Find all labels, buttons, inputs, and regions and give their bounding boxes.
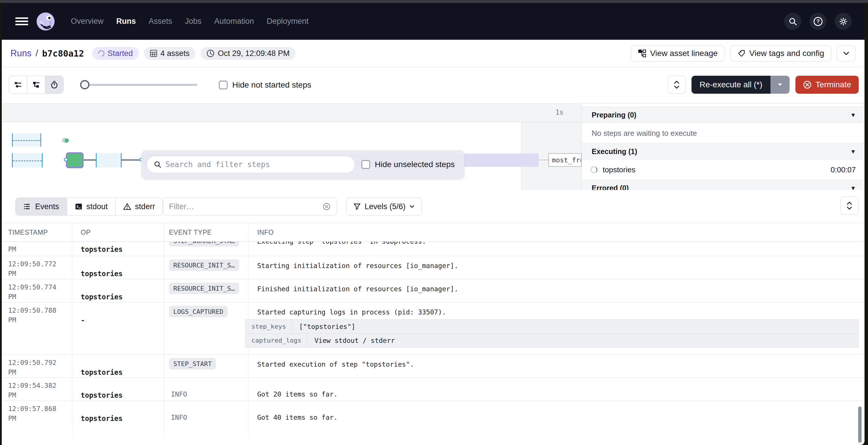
step-search-box	[147, 156, 355, 173]
levels-dropdown-button[interactable]: Levels (5/6)	[346, 198, 422, 215]
gantt-step-skeleton[interactable]	[96, 153, 122, 167]
chevron-down-icon: ▾	[851, 148, 855, 155]
col-header-timestamp: TIMESTAMP	[8, 223, 48, 242]
log-tabs: Events stdout stderr	[16, 198, 163, 215]
event-info: Started capturing logs in process (pid: …	[257, 308, 446, 316]
nav-item-jobs[interactable]: Jobs	[185, 17, 202, 26]
view-waterfall-icon[interactable]	[27, 76, 45, 93]
hamburger-menu-icon[interactable]	[16, 18, 28, 25]
event-info: Started execution of step "topstories".	[257, 361, 414, 368]
settings-gear-icon[interactable]	[835, 13, 852, 30]
gantt-chart[interactable]: 1s most_frequent	[2, 104, 582, 190]
chevron-down-icon	[409, 205, 414, 208]
gantt-dotted-edge	[538, 160, 548, 161]
event-info: Executing step "topstories" in subproces…	[257, 242, 426, 245]
event-type-label: INFO	[171, 390, 187, 398]
breadcrumb-runs-link[interactable]: Runs	[10, 48, 31, 59]
nav-item-runs[interactable]: Runs	[116, 17, 136, 26]
events-toolbar: Events stdout stderr Levels (5/6)	[2, 190, 865, 223]
status-badge[interactable]: Started	[92, 47, 139, 60]
event-log-header: TIMESTAMP OP EVENT TYPE INFO	[2, 223, 865, 242]
event-op: topstories	[81, 293, 123, 301]
view-flat-icon[interactable]	[9, 76, 27, 93]
event-metadata-table: step_keys["topstories"]captured_logsView…	[245, 320, 859, 347]
executing-section-header[interactable]: Executing (1) ▾	[582, 143, 865, 160]
tab-stdout[interactable]: stdout	[67, 198, 116, 215]
assets-badge[interactable]: 4 assets	[144, 47, 196, 60]
nav-item-overview[interactable]: Overview	[71, 17, 104, 26]
step-spinner-icon	[590, 166, 597, 173]
step-search-input[interactable]	[165, 160, 348, 169]
errored-section-header[interactable]: Errored (0) ▾	[582, 180, 865, 190]
search-icon[interactable]	[784, 13, 801, 30]
event-type-chip[interactable]: LOGS_CAPTURED	[169, 306, 227, 317]
nav-item-deployment[interactable]: Deployment	[267, 17, 309, 26]
metadata-key: step_keys	[246, 320, 292, 333]
tab-stderr[interactable]: stderr	[116, 198, 162, 215]
chevron-down-icon	[843, 51, 850, 56]
preparing-section-header[interactable]: Preparing (0) ▾	[582, 107, 865, 123]
tab-events[interactable]: Events	[16, 198, 67, 215]
log-filter-box	[163, 198, 337, 215]
event-type-chip[interactable]: STEP_START	[169, 358, 216, 370]
log-sort-order-button[interactable]	[840, 197, 859, 215]
top-nav: Overview Runs Assets Jobs Automation Dep…	[2, 3, 865, 40]
event-log-row[interactable]: 12:09:54.382PMtopstoriesINFOGot 20 items…	[2, 378, 865, 401]
gantt-running-step-topstories[interactable]	[66, 152, 84, 168]
help-icon[interactable]: ?	[809, 13, 827, 30]
event-log-row[interactable]: 12:09:50.788PM-LOGS_CAPTUREDStarted capt…	[2, 303, 865, 355]
event-type-chip[interactable]: STEP_WORKER_STA…	[169, 242, 239, 247]
nav-item-automation[interactable]: Automation	[214, 17, 254, 26]
chevron-down-icon	[777, 83, 783, 87]
nav-item-assets[interactable]: Assets	[149, 17, 172, 26]
zoom-slider-handle[interactable]	[80, 80, 89, 89]
breadcrumb-separator: /	[35, 48, 38, 59]
run-actions-dropdown-button[interactable]	[837, 45, 856, 62]
vertical-scrollbar-thumb[interactable]	[858, 406, 862, 443]
gantt-step-skeleton[interactable]	[12, 133, 41, 146]
event-info: Starting initialization of resources [io…	[257, 262, 458, 270]
expand-collapse-panel-button[interactable]	[668, 76, 686, 94]
event-op: -	[81, 316, 85, 324]
reexecute-all-button[interactable]: Re-execute all (*)	[691, 76, 771, 94]
gantt-step-skeleton[interactable]	[12, 153, 43, 167]
event-log-row[interactable]: 12:09:50.792PMtopstoriesSTEP_STARTStarte…	[2, 355, 865, 378]
view-asset-lineage-button[interactable]: View asset lineage	[631, 45, 725, 62]
run-header: Runs / b7c80a12 Started 4 assets Oct 29,…	[2, 40, 865, 67]
event-timestamp-meridiem: PM	[8, 415, 16, 422]
event-timestamp-meridiem: PM	[8, 293, 16, 301]
metadata-row: step_keys["topstories"]	[245, 319, 859, 334]
executing-step-name: topstories	[603, 165, 636, 174]
gantt-tick-label: 1s	[555, 108, 563, 116]
start-time-badge[interactable]: Oct 29, 12:09:48 PM	[200, 47, 296, 60]
view-tags-config-button[interactable]: View tags and config	[730, 45, 831, 62]
event-log-row[interactable]: 12:09:57.868PMtopstoriesINFOGot 40 items…	[2, 401, 865, 445]
metadata-value[interactable]: View stdout / stderr	[307, 334, 402, 347]
nav-items: Overview Runs Assets Jobs Automation Dep…	[71, 3, 309, 40]
view-timed-icon[interactable]	[45, 76, 63, 93]
terminate-button[interactable]: Terminate	[796, 76, 859, 94]
clear-filter-icon[interactable]	[322, 202, 331, 211]
event-log-row[interactable]: 12:09:50.774PMtopstoriesRESOURCE_INIT_S……	[2, 279, 865, 303]
gantt-pending-step[interactable]: most_frequent	[548, 153, 582, 167]
event-info: Got 40 items so far.	[257, 414, 338, 421]
dagster-logo-icon[interactable]	[36, 12, 55, 31]
events-list-icon	[23, 203, 31, 211]
zoom-slider[interactable]	[81, 84, 197, 86]
event-type-chip[interactable]: RESOURCE_INIT_S…	[169, 282, 239, 294]
event-type-label: INFO	[171, 414, 187, 421]
event-info: Finished initialization of resources [io…	[257, 285, 458, 293]
reexecute-options-caret[interactable]	[771, 76, 789, 94]
hide-not-started-checkbox[interactable]	[219, 81, 227, 89]
event-log-row[interactable]: 12:09:50.772PMtopstoriesRESOURCE_INIT_S……	[2, 256, 865, 279]
event-log-row[interactable]: PMtopstoriesSTEP_WORKER_STA…Executing st…	[2, 242, 865, 256]
hide-unselected-checkbox[interactable]	[362, 160, 370, 169]
event-type-chip[interactable]: RESOURCE_INIT_S…	[169, 259, 239, 271]
executing-step-row[interactable]: topstories 0:00:07	[582, 160, 865, 180]
event-log-table: TIMESTAMP OP EVENT TYPE INFO PMtopstorie…	[2, 223, 865, 445]
gantt-step-dot[interactable]	[64, 138, 69, 143]
col-header-event-type: EVENT TYPE	[169, 223, 212, 242]
col-header-op: OP	[81, 223, 91, 242]
log-filter-input[interactable]	[169, 202, 322, 211]
event-timestamp-meridiem: PM	[8, 270, 16, 277]
